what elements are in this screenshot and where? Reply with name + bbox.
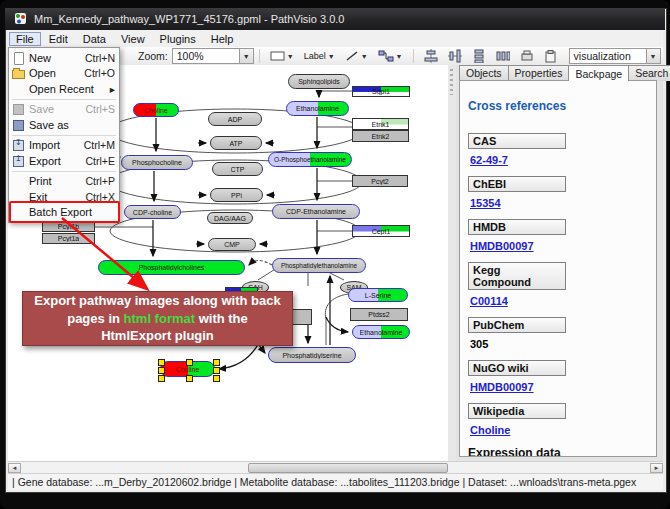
tab-properties[interactable]: Properties — [508, 65, 570, 81]
chevron-down-icon[interactable]: ▼ — [239, 49, 253, 63]
pathway-node-cept1[interactable]: Cept1 — [352, 225, 410, 237]
stack-horizontal-button[interactable] — [493, 48, 513, 64]
section-value: 305 — [470, 338, 656, 350]
pathway-node-cdp-choline[interactable]: CDP-choline — [124, 205, 181, 219]
section-value[interactable]: HMDB00097 — [470, 240, 656, 252]
pathway-node-l-serine[interactable]: L-Serine — [348, 288, 408, 302]
selection-handle[interactable] — [158, 367, 165, 374]
line-tool-button[interactable]: ▼ — [341, 48, 372, 64]
file-menu-item-save-as[interactable]: Save as — [9, 117, 119, 133]
datanode-icon — [270, 51, 285, 61]
selection-handle[interactable] — [186, 359, 193, 366]
menu-item-shortcut: Ctrl+E — [86, 155, 115, 167]
datanode-tool-button[interactable]: ▼ — [266, 49, 298, 63]
pathway-node-cdp-ethanolamine[interactable]: CDP-Ethanolamine — [272, 204, 360, 219]
section-value[interactable]: HMDB00097 — [470, 381, 656, 393]
pathway-node-pcyt2[interactable]: Pcyt2 — [352, 175, 408, 187]
pathway-node-etnk1[interactable]: Etnk1 — [352, 118, 409, 130]
label-tool-button[interactable]: Label▼ — [300, 49, 339, 63]
status-bar: | Gene database: ...m_Derby_20120602.bri… — [8, 473, 663, 490]
save-floppy-icon — [12, 103, 25, 115]
menu-item-label: Save as — [29, 119, 115, 131]
menu-edit[interactable]: Edit — [42, 32, 75, 46]
pathway-node-cmp[interactable]: CMP — [208, 238, 256, 251]
backpage-section: HMDBHMDB00097 — [468, 219, 656, 252]
pathway-node-phosphocholine[interactable]: Phosphocholine — [121, 155, 193, 170]
selection-handle[interactable] — [158, 359, 165, 366]
screenshot-frame: Mm_Kennedy_pathway_WP1771_45176.gpml - P… — [0, 0, 670, 509]
pathway-node-sgpl1[interactable]: Sgpl1 — [352, 86, 410, 97]
menu-file[interactable]: File — [9, 32, 41, 46]
section-header-hmdb: HMDB — [468, 219, 566, 235]
pathway-node-phosphatidylserine[interactable]: Phosphatidylserine — [268, 347, 356, 363]
menu-separator — [12, 171, 116, 172]
file-menu-item-open[interactable]: OpenCtrl+O — [9, 66, 119, 82]
file-menu-item-print[interactable]: PrintCtrl+P — [9, 174, 119, 190]
backpage-heading: Cross references — [468, 99, 656, 113]
menu-data[interactable]: Data — [76, 32, 113, 46]
pathway-node-phosphatidylethanolamine[interactable]: Phosphatidylethanolamine — [272, 258, 366, 273]
splitter-grip — [450, 69, 453, 95]
stack-vertical-button[interactable] — [469, 48, 489, 64]
pathway-node-ctp[interactable]: CTP — [212, 162, 263, 176]
visualization-value: visualization — [570, 50, 646, 62]
panel-splitter[interactable] — [448, 65, 456, 461]
selection-handle[interactable] — [213, 375, 220, 382]
tab-backpage[interactable]: Backpage — [568, 65, 629, 81]
pathway-node-atp[interactable]: ATP — [210, 136, 262, 150]
scroll-right-arrow-icon[interactable]: ► — [650, 463, 663, 473]
file-menu-item-open-recent[interactable]: Open Recent▸ — [9, 81, 119, 97]
pathway-node-o-phosphoethanolamine[interactable]: O-Phosphoethanolamine — [268, 152, 352, 167]
selection-handle[interactable] — [158, 375, 165, 382]
tab-objects[interactable]: Objects — [459, 65, 509, 81]
section-header-cas: CAS — [468, 133, 566, 149]
file-menu-item-export[interactable]: ExportCtrl+E — [9, 153, 119, 169]
scroll-left-arrow-icon[interactable]: ◄ — [8, 463, 21, 473]
menu-item-label: Print — [29, 175, 86, 187]
common-bounds-button[interactable] — [517, 48, 537, 64]
connector-tool-button[interactable]: ▼ — [374, 48, 407, 64]
align-center-x-button[interactable] — [421, 48, 441, 64]
selection-handle[interactable] — [186, 375, 193, 382]
pathway-node-dag-aag[interactable]: DAG/AAG — [207, 212, 253, 224]
menu-help[interactable]: Help — [204, 32, 241, 46]
backpage-panel: Cross references CAS62-49-7ChEBI15354HMD… — [459, 80, 657, 457]
pathway-node-adp[interactable]: ADP — [208, 112, 262, 126]
copy-view-button[interactable] — [541, 48, 561, 64]
pathway-node-ethanolamine[interactable]: Ethanolamine — [352, 325, 410, 339]
menu-item-shortcut: Ctrl+O — [84, 67, 115, 79]
side-panel: ObjectsPropertiesBackpageSearchLegend Cr… — [456, 65, 663, 461]
pathway-node-choline[interactable]: Choline — [133, 103, 179, 117]
tab-search[interactable]: Search — [628, 65, 670, 81]
visualization-combobox[interactable]: visualization ▼ — [569, 48, 661, 64]
scrollbar-thumb[interactable] — [248, 463, 448, 473]
align-center-y-button[interactable] — [445, 48, 465, 64]
section-value[interactable]: C00114 — [470, 295, 656, 307]
pathway-node-pcyt1a[interactable]: Pcyt1a — [42, 233, 95, 244]
chevron-down-icon[interactable]: ▼ — [646, 49, 660, 63]
selection-handle[interactable] — [213, 367, 220, 374]
section-value[interactable]: Choline — [470, 424, 656, 436]
section-value[interactable]: 15354 — [470, 197, 656, 209]
menu-item-label: New — [29, 52, 85, 64]
section-header-chebi: ChEBI — [468, 176, 566, 192]
pathway-node-sphingolipids[interactable]: Sphingolipids — [288, 74, 350, 89]
export-icon — [12, 155, 25, 167]
pathway-node-etnk2[interactable]: Etnk2 — [352, 130, 409, 142]
selection-handle[interactable] — [213, 359, 220, 366]
zoom-combobox[interactable]: 100% ▼ — [172, 48, 254, 64]
menu-item-shortcut: ▸ — [110, 83, 115, 95]
menu-plugins[interactable]: Plugins — [153, 32, 203, 46]
pathway-node-phosphatidylcholines[interactable]: Phosphatidylcholines — [98, 260, 245, 275]
pathway-node-ppi[interactable]: PPi — [210, 188, 263, 202]
menu-view[interactable]: View — [114, 32, 152, 46]
callout-text-highlight: html format — [124, 311, 196, 326]
file-menu-item-save[interactable]: SaveCtrl+S — [9, 102, 119, 118]
pathway-node-choline[interactable]: Choline — [160, 361, 215, 377]
pathway-node-ptdss2[interactable]: Ptdss2 — [350, 308, 408, 321]
pathway-node-ethanolamine[interactable]: Ethanolamine — [286, 101, 349, 116]
import-icon — [12, 139, 25, 151]
file-menu-item-import[interactable]: ImportCtrl+M — [9, 138, 119, 154]
section-value[interactable]: 62-49-7 — [470, 154, 656, 166]
file-menu-item-new[interactable]: NewCtrl+N — [9, 50, 119, 66]
